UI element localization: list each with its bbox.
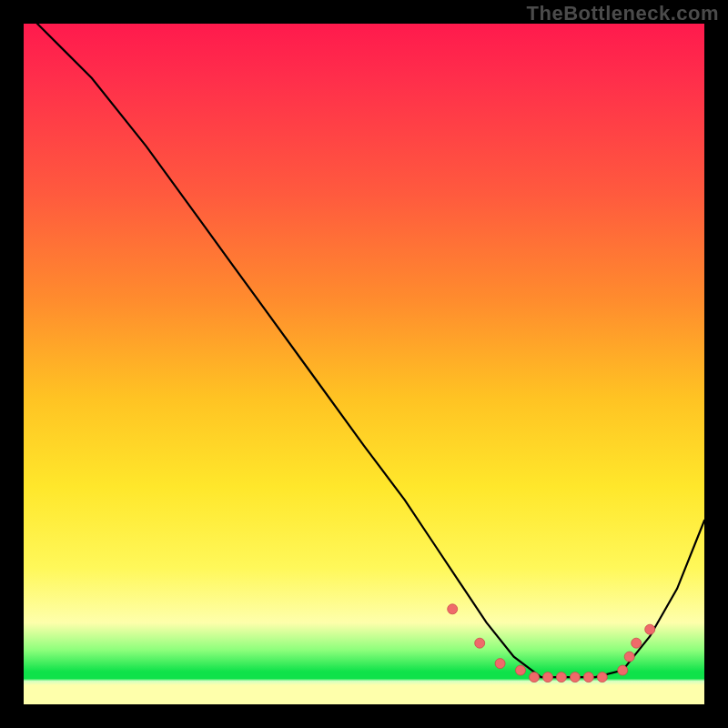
curve-marker bbox=[583, 672, 593, 682]
curve-marker bbox=[597, 672, 607, 682]
curve-marker bbox=[624, 652, 634, 662]
curve-marker bbox=[570, 672, 580, 682]
bottleneck-curve bbox=[37, 24, 704, 677]
curve-marker bbox=[495, 659, 505, 669]
plot-area bbox=[24, 24, 704, 704]
curve-marker bbox=[475, 638, 485, 648]
curve-marker bbox=[543, 672, 553, 682]
marker-group bbox=[448, 604, 655, 682]
watermark-text: TheBottleneck.com bbox=[527, 2, 719, 25]
curve-svg bbox=[24, 24, 704, 704]
curve-marker bbox=[530, 672, 540, 682]
curve-marker bbox=[556, 672, 566, 682]
curve-marker bbox=[632, 638, 642, 648]
chart-frame: TheBottleneck.com bbox=[0, 0, 728, 728]
curve-marker bbox=[618, 665, 628, 675]
curve-marker bbox=[516, 665, 526, 675]
curve-marker bbox=[448, 604, 458, 614]
curve-marker bbox=[645, 624, 655, 634]
